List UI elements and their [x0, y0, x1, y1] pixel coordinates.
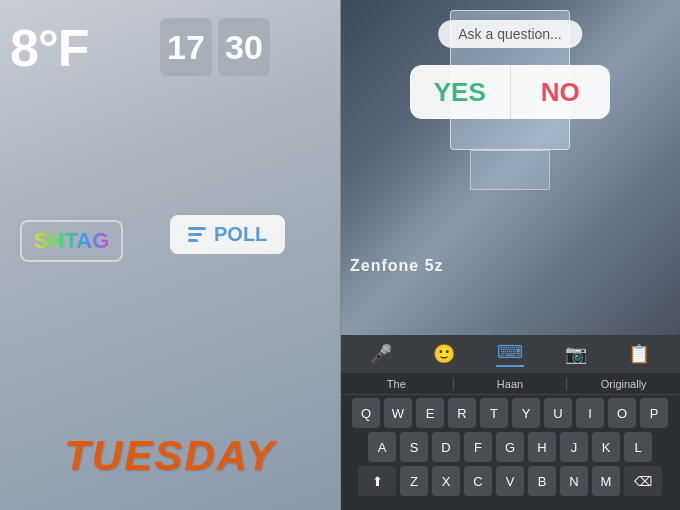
key-row-2: A S D F G H J K L — [344, 432, 676, 462]
key-p[interactable]: P — [640, 398, 668, 428]
key-k[interactable]: K — [592, 432, 620, 462]
ask-question-bar[interactable]: Ask a question... — [438, 20, 582, 48]
key-c[interactable]: C — [464, 466, 492, 496]
key-a[interactable]: A — [368, 432, 396, 462]
time-minutes: 30 — [218, 18, 270, 76]
emoji-icon[interactable]: 🙂 — [433, 343, 455, 365]
key-g[interactable]: G — [496, 432, 524, 462]
poll-label: POLL — [214, 223, 267, 246]
suggestion-mid[interactable]: Haan — [453, 378, 568, 390]
poll-icon — [188, 227, 206, 242]
key-s[interactable]: S — [400, 432, 428, 462]
right-panel: Zenfone 5z Ask a question... YES NO 🎤 🙂 … — [340, 0, 680, 510]
key-d[interactable]: D — [432, 432, 460, 462]
key-b[interactable]: B — [528, 466, 556, 496]
clipboard-icon[interactable]: 📋 — [628, 343, 650, 365]
keyboard-icon[interactable]: ⌨ — [496, 341, 524, 367]
hashtag-button[interactable]: SHTAG — [20, 220, 123, 262]
backspace-key[interactable]: ⌫ — [624, 466, 662, 496]
brand-text: Zenfone 5z — [350, 257, 444, 275]
key-y[interactable]: Y — [512, 398, 540, 428]
suggestion-right[interactable]: Originally — [567, 378, 680, 390]
key-m[interactable]: M — [592, 466, 620, 496]
shift-key[interactable]: ⬆ — [358, 466, 396, 496]
key-j[interactable]: J — [560, 432, 588, 462]
key-l[interactable]: L — [624, 432, 652, 462]
trophy-bottom — [470, 150, 550, 190]
suggestion-left[interactable]: The — [340, 378, 453, 390]
time-hours: 17 — [160, 18, 212, 76]
temperature-display: 8°F — [10, 18, 88, 78]
key-row-1: Q W E R T Y U I O P — [344, 398, 676, 428]
key-h[interactable]: H — [528, 432, 556, 462]
time-display: 17 30 — [160, 18, 270, 76]
key-n[interactable]: N — [560, 466, 588, 496]
camera-background: Zenfone 5z — [340, 0, 680, 335]
poll-answer-box: YES NO — [410, 65, 610, 119]
key-r[interactable]: R — [448, 398, 476, 428]
key-e[interactable]: E — [416, 398, 444, 428]
keyboard-rows: Q W E R T Y U I O P A S D F G H J K — [340, 395, 680, 503]
key-f[interactable]: F — [464, 432, 492, 462]
suggestion-row: The Haan Originally — [340, 373, 680, 395]
key-i[interactable]: I — [576, 398, 604, 428]
key-x[interactable]: X — [432, 466, 460, 496]
yes-button[interactable]: YES — [410, 65, 511, 119]
poll-button[interactable]: POLL — [170, 215, 285, 254]
key-row-3: ⬆ Z X C V B N M ⌫ — [344, 466, 676, 496]
key-u[interactable]: U — [544, 398, 572, 428]
key-z[interactable]: Z — [400, 466, 428, 496]
hashtag-label: SHTAG — [34, 228, 109, 253]
no-button[interactable]: NO — [511, 65, 611, 119]
key-v[interactable]: V — [496, 466, 524, 496]
left-panel: 8°F 17 30 SHTAG POLL TUESDAY — [0, 0, 340, 510]
panel-divider — [340, 0, 341, 510]
mic-icon[interactable]: 🎤 — [370, 343, 392, 365]
key-o[interactable]: O — [608, 398, 636, 428]
keyboard-area: 🎤 🙂 ⌨ 📷 📋 The Haan Originally Q W E R T … — [340, 335, 680, 510]
key-t[interactable]: T — [480, 398, 508, 428]
camera-keyboard-icon[interactable]: 📷 — [565, 343, 587, 365]
keyboard-toolbar: 🎤 🙂 ⌨ 📷 📋 — [340, 335, 680, 373]
key-q[interactable]: Q — [352, 398, 380, 428]
key-w[interactable]: W — [384, 398, 412, 428]
day-label: TUESDAY — [64, 432, 276, 480]
